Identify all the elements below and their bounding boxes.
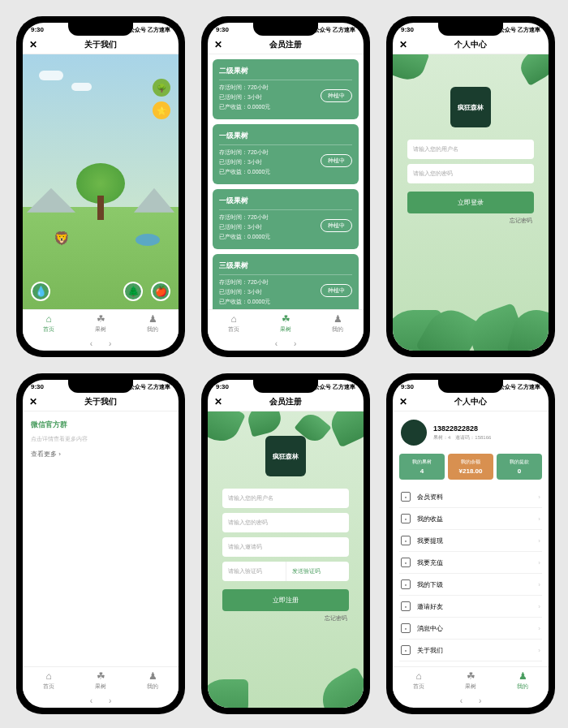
time: 9:30 bbox=[401, 383, 414, 391]
user-icon: ♟ bbox=[147, 670, 158, 682]
captcha-input[interactable]: 请输入验证码 bbox=[222, 562, 286, 581]
tree-icon: ☘ bbox=[280, 313, 291, 325]
plant-button[interactable]: 种植中 bbox=[321, 284, 352, 297]
register-button[interactable]: 立即注册 bbox=[222, 589, 349, 611]
stat-card[interactable]: 我的余额¥218.00 bbox=[448, 454, 493, 480]
forgot-link[interactable]: 忘记密码 bbox=[409, 217, 532, 225]
page-title: 个人中心 bbox=[412, 39, 529, 50]
menu-item[interactable]: ▫会员资料› bbox=[399, 486, 542, 508]
next[interactable]: › bbox=[109, 339, 111, 348]
badge-1[interactable]: 🌳 bbox=[153, 79, 170, 97]
user-icon: ♟ bbox=[517, 670, 528, 682]
status-right: 公众号 乙方速率 bbox=[314, 26, 355, 34]
chevron-right-icon: › bbox=[538, 625, 540, 632]
login-button[interactable]: 立即登录 bbox=[407, 192, 534, 213]
chevron-right-icon: › bbox=[538, 559, 540, 566]
page-title: 个人中心 bbox=[412, 396, 529, 407]
next[interactable]: › bbox=[109, 696, 111, 705]
badge-2[interactable]: ⭐ bbox=[153, 101, 170, 119]
game-scene: 🦁 🌳 ⭐ 💧 🌲 🍎 bbox=[23, 54, 179, 309]
username-input[interactable]: 请输入您的用户名 bbox=[222, 489, 349, 508]
tree-icon: ☘ bbox=[465, 670, 476, 682]
forgot-link[interactable]: 忘记密码 bbox=[224, 614, 347, 622]
avatar[interactable] bbox=[401, 420, 427, 446]
chevron-right-icon: › bbox=[538, 515, 540, 523]
menu-item[interactable]: ▫我要提现› bbox=[399, 530, 542, 552]
tab-home[interactable]: ⌂首页 bbox=[393, 670, 445, 691]
status-right: 公众号 乙方速率 bbox=[499, 26, 540, 34]
card-title: 一级果树 bbox=[219, 131, 352, 145]
chevron-right-icon: › bbox=[538, 537, 540, 545]
invite-code-input[interactable]: 请输入邀请码 bbox=[222, 537, 349, 557]
user-info: 果树：4 邀请码：158166 bbox=[433, 434, 491, 442]
send-code-button[interactable]: 发送验证码 bbox=[286, 562, 350, 581]
close-icon[interactable]: ✕ bbox=[29, 39, 42, 50]
close-icon[interactable]: ✕ bbox=[214, 39, 227, 50]
stat-card[interactable]: 我的果树4 bbox=[399, 454, 445, 480]
water-button[interactable]: 💧 bbox=[31, 282, 50, 301]
close-icon[interactable]: ✕ bbox=[29, 396, 42, 407]
plant-button[interactable]: 种植中 bbox=[321, 89, 352, 102]
menu-icon: ▫ bbox=[401, 601, 411, 611]
prev[interactable]: ‹ bbox=[460, 696, 463, 705]
tab-my[interactable]: ♟我的 bbox=[127, 313, 179, 334]
menu-item[interactable]: ▫消息中心› bbox=[399, 618, 542, 640]
password-input[interactable]: 请输入您的密码 bbox=[222, 513, 349, 532]
about-subtitle: 点击详情查看更多内容 bbox=[31, 435, 170, 443]
tree[interactable] bbox=[76, 163, 125, 220]
username-input[interactable]: 请输入您的用户名 bbox=[407, 140, 534, 159]
menu-item[interactable]: ▫我要充值› bbox=[399, 552, 542, 574]
menu-item[interactable]: ▫我的下级› bbox=[399, 574, 542, 596]
status-right: 公众号 乙方速率 bbox=[129, 26, 170, 34]
tree-icon: ☘ bbox=[95, 670, 106, 682]
status-right: 公众号 乙方速率 bbox=[129, 383, 170, 391]
time: 9:30 bbox=[31, 26, 44, 34]
time: 9:30 bbox=[216, 26, 229, 34]
next[interactable]: › bbox=[479, 696, 481, 705]
time: 9:30 bbox=[401, 26, 414, 34]
tree-card[interactable]: 一级果树存活时间：720小时已活时间：3小时已产收益：0.0000元种植中 bbox=[213, 124, 359, 184]
status-right: 公众号 乙方速率 bbox=[499, 383, 540, 391]
password-input[interactable]: 请输入您的密码 bbox=[407, 164, 534, 183]
tab-tree[interactable]: ☘果树 bbox=[75, 313, 127, 334]
chevron-right-icon: › bbox=[538, 603, 540, 610]
card-title: 一级果树 bbox=[219, 196, 352, 210]
tab-tree[interactable]: ☘果树 bbox=[260, 313, 312, 334]
tree-card[interactable]: 三级果树存活时间：720小时已活时间：3小时已产收益：0.0000元种植中 bbox=[213, 254, 359, 309]
menu-item[interactable]: ▫邀请好友› bbox=[399, 596, 542, 618]
tab-my[interactable]: ♟我的 bbox=[497, 670, 549, 691]
menu-icon: ▫ bbox=[401, 492, 411, 502]
tab-my[interactable]: ♟我的 bbox=[312, 313, 364, 334]
tree-card[interactable]: 一级果树存活时间：720小时已活时间：3小时已产收益：0.0000元种植中 bbox=[213, 189, 359, 249]
prev[interactable]: ‹ bbox=[90, 339, 93, 348]
next[interactable]: › bbox=[294, 339, 296, 348]
menu-item[interactable]: ▫关于我们› bbox=[399, 640, 542, 661]
tab-my[interactable]: ♟我的 bbox=[127, 670, 179, 691]
prev[interactable]: ‹ bbox=[90, 696, 93, 705]
home-icon: ⌂ bbox=[43, 313, 54, 325]
fruit-button[interactable]: 🍎 bbox=[151, 282, 170, 301]
stat-card[interactable]: 我的提款0 bbox=[497, 454, 542, 480]
prev[interactable]: ‹ bbox=[275, 339, 278, 348]
mytree-button[interactable]: 🌲 bbox=[123, 282, 143, 301]
tree-card[interactable]: 二级果树存活时间：720小时已活时间：3小时已产收益：0.0000元种植中 bbox=[213, 59, 359, 119]
plant-button[interactable]: 种植中 bbox=[321, 219, 352, 232]
tab-tree[interactable]: ☘果树 bbox=[445, 670, 497, 691]
close-icon[interactable]: ✕ bbox=[399, 39, 412, 50]
plant-button[interactable]: 种植中 bbox=[321, 154, 352, 167]
menu-item[interactable]: ▫我的收益› bbox=[399, 508, 542, 530]
close-icon[interactable]: ✕ bbox=[214, 396, 227, 407]
view-more-link[interactable]: 查看更多 › bbox=[31, 450, 170, 459]
tab-home[interactable]: ⌂首页 bbox=[23, 313, 75, 334]
chevron-right-icon: › bbox=[538, 581, 540, 588]
home-icon: ⌂ bbox=[43, 670, 54, 682]
tab-home[interactable]: ⌂首页 bbox=[23, 670, 75, 691]
tab-home[interactable]: ⌂首页 bbox=[208, 313, 260, 334]
time: 9:30 bbox=[216, 383, 229, 391]
tab-tree[interactable]: ☘果树 bbox=[75, 670, 127, 691]
time: 9:30 bbox=[31, 383, 44, 391]
close-icon[interactable]: ✕ bbox=[399, 396, 412, 407]
menu-icon: ▫ bbox=[401, 645, 411, 655]
status-right: 公众号 乙方速率 bbox=[314, 383, 355, 391]
lion-icon: 🦁 bbox=[54, 230, 70, 246]
